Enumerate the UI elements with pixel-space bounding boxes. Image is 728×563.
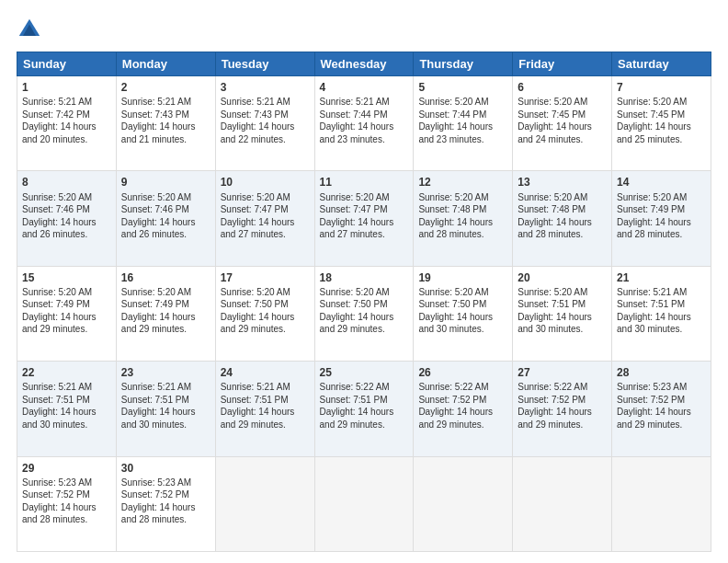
calendar-header-row: SundayMondayTuesdayWednesdayThursdayFrid… (17, 52, 711, 76)
day-info: Sunrise: 5:21 AM Sunset: 7:44 PM Dayligh… (320, 97, 394, 144)
day-number: 10 (221, 175, 310, 190)
calendar-cell: 20Sunrise: 5:20 AM Sunset: 7:51 PM Dayli… (513, 266, 612, 361)
day-number: 2 (121, 80, 210, 95)
day-header-monday: Monday (116, 52, 215, 76)
day-number: 16 (121, 270, 210, 285)
calendar-cell: 11Sunrise: 5:20 AM Sunset: 7:47 PM Dayli… (314, 171, 414, 266)
calendar-cell: 9Sunrise: 5:20 AM Sunset: 7:46 PM Daylig… (116, 171, 215, 266)
day-info: Sunrise: 5:20 AM Sunset: 7:48 PM Dayligh… (518, 192, 592, 240)
day-info: Sunrise: 5:21 AM Sunset: 7:42 PM Dayligh… (22, 97, 97, 144)
day-info: Sunrise: 5:20 AM Sunset: 7:47 PM Dayligh… (221, 192, 295, 240)
calendar-cell: 16Sunrise: 5:20 AM Sunset: 7:49 PM Dayli… (116, 266, 215, 361)
day-info: Sunrise: 5:23 AM Sunset: 7:52 PM Dayligh… (121, 477, 196, 525)
page: SundayMondayTuesdayWednesdayThursdayFrid… (0, 0, 728, 563)
calendar-cell: 30Sunrise: 5:23 AM Sunset: 7:52 PM Dayli… (116, 456, 215, 551)
calendar-cell: 27Sunrise: 5:22 AM Sunset: 7:52 PM Dayli… (513, 362, 612, 456)
calendar-week-row: 15Sunrise: 5:20 AM Sunset: 7:49 PM Dayli… (17, 266, 711, 361)
calendar-cell (215, 456, 314, 551)
day-info: Sunrise: 5:20 AM Sunset: 7:50 PM Dayligh… (418, 287, 493, 335)
day-number: 5 (418, 80, 507, 95)
header (17, 17, 711, 42)
day-info: Sunrise: 5:23 AM Sunset: 7:52 PM Dayligh… (22, 477, 97, 525)
day-info: Sunrise: 5:20 AM Sunset: 7:50 PM Dayligh… (221, 287, 295, 335)
calendar-cell: 13Sunrise: 5:20 AM Sunset: 7:48 PM Dayli… (513, 171, 612, 266)
day-number: 20 (518, 270, 607, 285)
calendar-cell: 15Sunrise: 5:20 AM Sunset: 7:49 PM Dayli… (17, 266, 117, 361)
calendar-cell: 7Sunrise: 5:20 AM Sunset: 7:45 PM Daylig… (612, 76, 711, 171)
day-info: Sunrise: 5:20 AM Sunset: 7:45 PM Dayligh… (617, 97, 691, 144)
day-number: 17 (221, 270, 310, 285)
day-number: 7 (617, 80, 706, 95)
calendar-cell: 8Sunrise: 5:20 AM Sunset: 7:46 PM Daylig… (17, 171, 117, 266)
day-number: 27 (518, 365, 607, 380)
calendar-cell: 26Sunrise: 5:22 AM Sunset: 7:52 PM Dayli… (414, 362, 513, 456)
day-header-friday: Friday (513, 52, 612, 76)
day-info: Sunrise: 5:20 AM Sunset: 7:45 PM Dayligh… (518, 97, 592, 144)
calendar-cell: 29Sunrise: 5:23 AM Sunset: 7:52 PM Dayli… (17, 456, 117, 551)
day-info: Sunrise: 5:21 AM Sunset: 7:51 PM Dayligh… (221, 382, 295, 430)
calendar-cell: 21Sunrise: 5:21 AM Sunset: 7:51 PM Dayli… (612, 266, 711, 361)
calendar-cell: 2Sunrise: 5:21 AM Sunset: 7:43 PM Daylig… (116, 76, 215, 171)
day-header-wednesday: Wednesday (314, 52, 414, 76)
day-number: 1 (22, 80, 111, 95)
day-info: Sunrise: 5:20 AM Sunset: 7:48 PM Dayligh… (418, 192, 493, 240)
calendar-cell (513, 456, 612, 551)
day-number: 29 (22, 461, 111, 476)
calendar-cell: 25Sunrise: 5:22 AM Sunset: 7:51 PM Dayli… (314, 362, 414, 456)
day-info: Sunrise: 5:20 AM Sunset: 7:47 PM Dayligh… (320, 192, 394, 240)
logo (17, 17, 46, 42)
day-info: Sunrise: 5:22 AM Sunset: 7:51 PM Dayligh… (320, 382, 394, 430)
day-header-tuesday: Tuesday (215, 52, 314, 76)
day-info: Sunrise: 5:21 AM Sunset: 7:51 PM Dayligh… (617, 287, 691, 335)
day-header-saturday: Saturday (612, 52, 711, 76)
day-info: Sunrise: 5:22 AM Sunset: 7:52 PM Dayligh… (418, 382, 493, 430)
calendar-cell: 12Sunrise: 5:20 AM Sunset: 7:48 PM Dayli… (414, 171, 513, 266)
day-number: 11 (320, 175, 409, 190)
calendar-cell: 14Sunrise: 5:20 AM Sunset: 7:49 PM Dayli… (612, 171, 711, 266)
day-info: Sunrise: 5:21 AM Sunset: 7:43 PM Dayligh… (221, 97, 295, 144)
day-info: Sunrise: 5:20 AM Sunset: 7:46 PM Dayligh… (22, 192, 97, 240)
day-number: 14 (617, 175, 706, 190)
calendar-cell: 24Sunrise: 5:21 AM Sunset: 7:51 PM Dayli… (215, 362, 314, 456)
day-number: 6 (518, 80, 607, 95)
calendar-cell: 19Sunrise: 5:20 AM Sunset: 7:50 PM Dayli… (414, 266, 513, 361)
calendar-cell: 4Sunrise: 5:21 AM Sunset: 7:44 PM Daylig… (314, 76, 414, 171)
day-info: Sunrise: 5:21 AM Sunset: 7:43 PM Dayligh… (121, 97, 196, 144)
day-info: Sunrise: 5:21 AM Sunset: 7:51 PM Dayligh… (121, 382, 196, 430)
day-info: Sunrise: 5:21 AM Sunset: 7:51 PM Dayligh… (22, 382, 97, 430)
calendar-cell (314, 456, 414, 551)
day-info: Sunrise: 5:23 AM Sunset: 7:52 PM Dayligh… (617, 382, 691, 430)
calendar-cell: 18Sunrise: 5:20 AM Sunset: 7:50 PM Dayli… (314, 266, 414, 361)
day-header-sunday: Sunday (17, 52, 117, 76)
day-header-thursday: Thursday (414, 52, 513, 76)
day-number: 15 (22, 270, 111, 285)
calendar-week-row: 8Sunrise: 5:20 AM Sunset: 7:46 PM Daylig… (17, 171, 711, 266)
day-info: Sunrise: 5:20 AM Sunset: 7:49 PM Dayligh… (121, 287, 196, 335)
day-number: 9 (121, 175, 210, 190)
day-info: Sunrise: 5:20 AM Sunset: 7:46 PM Dayligh… (121, 192, 196, 240)
calendar-cell: 1Sunrise: 5:21 AM Sunset: 7:42 PM Daylig… (17, 76, 117, 171)
calendar-cell: 3Sunrise: 5:21 AM Sunset: 7:43 PM Daylig… (215, 76, 314, 171)
calendar-cell: 6Sunrise: 5:20 AM Sunset: 7:45 PM Daylig… (513, 76, 612, 171)
calendar-cell: 5Sunrise: 5:20 AM Sunset: 7:44 PM Daylig… (414, 76, 513, 171)
day-number: 26 (418, 365, 507, 380)
day-info: Sunrise: 5:22 AM Sunset: 7:52 PM Dayligh… (518, 382, 592, 430)
day-number: 12 (418, 175, 507, 190)
calendar-cell: 23Sunrise: 5:21 AM Sunset: 7:51 PM Dayli… (116, 362, 215, 456)
day-number: 19 (418, 270, 507, 285)
logo-icon (17, 17, 42, 42)
day-number: 28 (617, 365, 706, 380)
calendar-week-row: 29Sunrise: 5:23 AM Sunset: 7:52 PM Dayli… (17, 456, 711, 551)
calendar-cell: 28Sunrise: 5:23 AM Sunset: 7:52 PM Dayli… (612, 362, 711, 456)
day-number: 4 (320, 80, 409, 95)
calendar-cell (612, 456, 711, 551)
calendar-cell (414, 456, 513, 551)
day-number: 18 (320, 270, 409, 285)
day-number: 24 (221, 365, 310, 380)
day-info: Sunrise: 5:20 AM Sunset: 7:49 PM Dayligh… (617, 192, 691, 240)
calendar-table: SundayMondayTuesdayWednesdayThursdayFrid… (17, 52, 711, 552)
day-number: 3 (221, 80, 310, 95)
calendar-week-row: 1Sunrise: 5:21 AM Sunset: 7:42 PM Daylig… (17, 76, 711, 171)
day-number: 23 (121, 365, 210, 380)
day-number: 25 (320, 365, 409, 380)
